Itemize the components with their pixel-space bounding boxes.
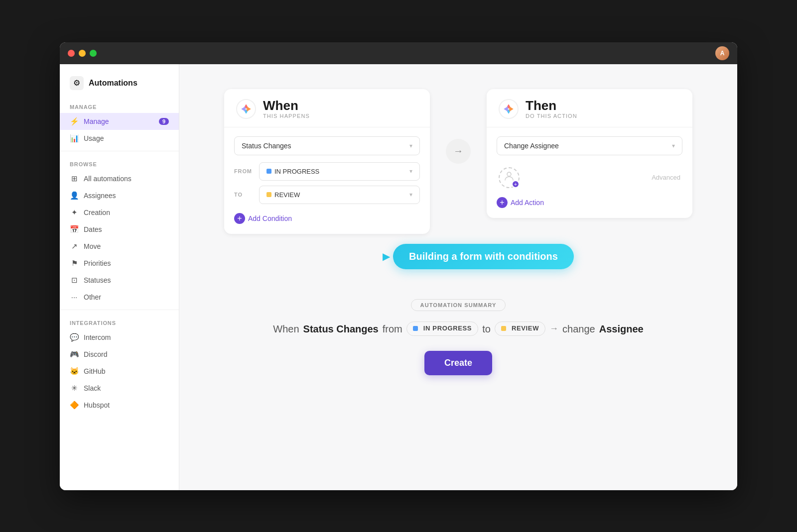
sidebar-item-creation[interactable]: ✦ Creation [60, 204, 179, 221]
summary-in-progress-text: IN PROGRESS [423, 323, 472, 334]
creation-icon: ✦ [70, 208, 79, 217]
add-action-button[interactable]: + Add Action [497, 193, 544, 208]
sidebar-item-discord[interactable]: 🎮 Discord [60, 346, 179, 363]
sidebar-item-github[interactable]: 🐱 GitHub [60, 363, 179, 380]
action-value: Change Assignee [504, 142, 559, 150]
summary-review-text: REVIEW [512, 323, 539, 334]
app-window: A ⚙ Automations MANAGE ⚡ Manage 9 📊 Usag… [60, 42, 737, 490]
tooltip-bubble: Building a form with conditions [393, 244, 574, 269]
main-content: When THIS HAPPENS Status Changes ▾ FROM [179, 64, 737, 490]
summary-assignee: Assignee [599, 321, 644, 337]
sidebar-item-slack-label: Slack [84, 384, 101, 392]
sidebar-item-move-label: Move [84, 242, 101, 250]
action-chevron-icon: ▾ [672, 142, 675, 149]
add-condition-plus-icon: + [234, 213, 245, 224]
add-condition-button[interactable]: + Add Condition [234, 209, 292, 224]
trigger-chevron-icon: ▾ [409, 142, 412, 149]
sidebar-item-github-label: GitHub [84, 367, 106, 375]
app-body: ⚙ Automations MANAGE ⚡ Manage 9 📊 Usage … [60, 64, 737, 490]
to-chevron-icon: ▾ [409, 191, 412, 198]
avatar[interactable]: A [715, 46, 729, 60]
right-arrow-icon: → [453, 145, 463, 157]
to-dropdown[interactable]: REVIEW ▾ [259, 186, 420, 204]
sidebar-item-assignees-label: Assignees [84, 192, 116, 200]
section-label-manage: MANAGE [60, 98, 179, 113]
summary-arrow-icon: → [549, 321, 558, 336]
sidebar-item-intercom[interactable]: 💬 Intercom [60, 329, 179, 346]
sidebar-item-creation-label: Creation [84, 209, 110, 216]
sidebar-title: Automations [89, 79, 137, 88]
all-automations-icon: ⊞ [70, 174, 79, 183]
dates-icon: 📅 [70, 225, 79, 234]
maximize-button[interactable] [90, 50, 97, 57]
advanced-link[interactable]: Advanced [652, 174, 680, 181]
when-card-title-group: When THIS HAPPENS [263, 99, 310, 119]
discord-icon: 🎮 [70, 350, 79, 359]
to-row: TO REVIEW ▾ [234, 186, 420, 204]
assignees-icon: 👤 [70, 191, 79, 200]
add-action-plus-icon: + [497, 197, 508, 208]
tooltip-arrow-icon: ▶ [383, 250, 390, 262]
sidebar-item-all-automations[interactable]: ⊞ All automations [60, 170, 179, 187]
manage-badge: 9 [159, 118, 169, 125]
trigger-dropdown[interactable]: Status Changes ▾ [234, 136, 420, 155]
then-card-body: Change Assignee ▾ [487, 127, 692, 218]
summary-to: to [482, 321, 491, 337]
assignee-picker: + Advanced [497, 162, 682, 193]
from-label: FROM [234, 168, 254, 174]
sidebar-item-priorities[interactable]: ⚑ Priorities [60, 255, 179, 272]
divider-1 [60, 151, 179, 151]
when-title: When [263, 99, 310, 112]
sidebar-item-statuses[interactable]: ⊡ Statuses [60, 272, 179, 289]
to-label: TO [234, 192, 254, 198]
sidebar-item-priorities-label: Priorities [84, 259, 111, 267]
sidebar-item-hubspot-label: Hubspot [84, 401, 110, 409]
sidebar-item-other[interactable]: ··· Other [60, 289, 179, 306]
add-condition-label: Add Condition [248, 214, 292, 222]
summary-label: AUTOMATION SUMMARY [411, 299, 506, 311]
summary-section: AUTOMATION SUMMARY When Status Changes f… [224, 299, 692, 375]
close-button[interactable] [68, 50, 75, 57]
sidebar-item-dates-label: Dates [84, 225, 102, 233]
action-dropdown[interactable]: Change Assignee ▾ [497, 136, 682, 155]
then-title: Then [526, 99, 577, 112]
create-button[interactable]: Create [424, 351, 492, 375]
sidebar-item-manage-label: Manage [84, 117, 109, 125]
then-card-title-group: Then DO THIS ACTION [526, 99, 577, 119]
intercom-icon: 💬 [70, 333, 79, 342]
sidebar-item-all-label: All automations [84, 175, 132, 183]
sidebar-item-usage-label: Usage [84, 134, 104, 142]
traffic-lights [68, 50, 97, 57]
sidebar-item-dates[interactable]: 📅 Dates [60, 221, 179, 238]
sidebar-item-discord-label: Discord [84, 350, 107, 358]
sidebar-item-statuses-label: Statuses [84, 276, 111, 284]
sidebar-item-hubspot[interactable]: 🔶 Hubspot [60, 397, 179, 414]
titlebar: A [60, 42, 737, 64]
slack-icon: ✳ [70, 384, 79, 393]
when-brand-logo [236, 99, 256, 119]
sidebar-item-assignees[interactable]: 👤 Assignees [60, 187, 179, 204]
sidebar-header: ⚙ Automations [60, 72, 179, 98]
from-row: FROM IN PROGRESS ▾ [234, 162, 420, 181]
when-card-header: When THIS HAPPENS [224, 89, 430, 127]
sidebar-item-usage[interactable]: 📊 Usage [60, 130, 179, 147]
sidebar-item-move[interactable]: ↗ Move [60, 238, 179, 255]
minimize-button[interactable] [79, 50, 86, 57]
summary-status-changes: Status Changes [303, 321, 379, 337]
summary-change: change [562, 321, 595, 337]
automation-builder: When THIS HAPPENS Status Changes ▾ FROM [224, 89, 692, 234]
sidebar-item-manage[interactable]: ⚡ Manage 9 [60, 113, 179, 130]
assignee-avatar[interactable]: + [499, 167, 520, 188]
hubspot-icon: 🔶 [70, 401, 79, 410]
github-icon: 🐱 [70, 367, 79, 376]
sidebar-item-intercom-label: Intercom [84, 333, 111, 341]
from-dropdown[interactable]: IN PROGRESS ▾ [259, 162, 420, 181]
usage-icon: 📊 [70, 134, 79, 143]
then-subtitle: DO THIS ACTION [526, 113, 577, 119]
sidebar-item-slack[interactable]: ✳ Slack [60, 380, 179, 397]
tooltip-area: ▶ Building a form with conditions [224, 244, 692, 269]
move-icon: ↗ [70, 242, 79, 251]
assignee-plus-icon: + [512, 180, 520, 188]
priorities-icon: ⚑ [70, 259, 79, 268]
sidebar-item-other-label: Other [84, 293, 101, 301]
